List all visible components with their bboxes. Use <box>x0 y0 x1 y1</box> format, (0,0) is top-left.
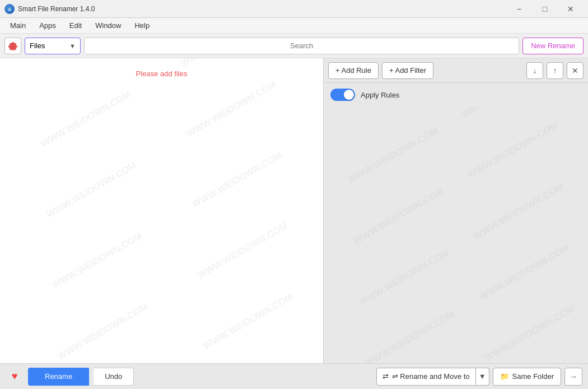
please-add-files-label: Please add files <box>136 70 188 78</box>
bottom-bar: ♥ Rename Undo ⇄ ⇌ Rename and Move to ▼ 📁… <box>0 363 588 389</box>
left-panel: WWW.WEIDOWN.COM WWW.WEIDOWN.COM WWW.WEID… <box>0 58 324 363</box>
window-controls: − □ ✕ <box>506 0 584 18</box>
menu-edit[interactable]: Edit <box>64 20 87 31</box>
main-content: WWW.WEIDOWN.COM WWW.WEIDOWN.COM WWW.WEID… <box>0 58 588 363</box>
rename-move-dropdown-button[interactable]: ▼ <box>476 368 489 386</box>
minimize-button[interactable]: − <box>506 0 532 18</box>
files-dropdown[interactable]: Files ▼ <box>25 38 81 54</box>
folder-icon: 📁 <box>500 372 509 381</box>
add-rule-button[interactable]: + Add Rule <box>328 62 379 79</box>
right-toolbar: + Add Rule + Add Filter ↓ ↑ ✕ <box>324 58 588 83</box>
move-down-button[interactable]: ↓ <box>526 62 543 79</box>
app-title: Smart File Renamer 1.4.0 <box>18 5 506 13</box>
menu-help[interactable]: Help <box>129 20 155 31</box>
new-rename-button[interactable]: New Rename <box>522 38 584 54</box>
close-button[interactable]: ✕ <box>558 0 584 18</box>
chevron-down-icon: ▼ <box>69 43 76 49</box>
svg-text:a: a <box>8 7 11 11</box>
go-button[interactable]: → <box>564 368 582 386</box>
add-filter-button[interactable]: + Add Filter <box>382 62 433 79</box>
settings-button[interactable] <box>4 38 21 54</box>
rename-move-button[interactable]: ⇄ ⇌ Rename and Move to <box>376 368 476 386</box>
undo-button[interactable]: Undo <box>94 368 134 386</box>
files-dropdown-label: Files <box>30 41 45 50</box>
title-bar: a Smart File Renamer 1.4.0 − □ ✕ <box>0 0 588 18</box>
rename-button[interactable]: Rename <box>28 368 89 386</box>
menu-bar: Main Apps Edit Window Help <box>0 18 588 34</box>
apply-rules-row: Apply Rules <box>324 83 588 106</box>
menu-window[interactable]: Window <box>90 20 127 31</box>
same-folder-label: Same Folder <box>512 372 554 381</box>
favorite-button[interactable]: ♥ <box>6 368 24 386</box>
right-watermark: WWW.WEIDOWN.COM WWW.WEIDOWN.COM WWW.WEID… <box>324 106 588 363</box>
app-logo: a <box>4 4 15 14</box>
rename-move-group: ⇄ ⇌ Rename and Move to ▼ <box>376 368 489 386</box>
maximize-button[interactable]: □ <box>532 0 558 18</box>
menu-apps[interactable]: Apps <box>34 20 62 31</box>
right-body: WWW.WEIDOWN.COM WWW.WEIDOWN.COM WWW.WEID… <box>324 106 588 363</box>
same-folder-button[interactable]: 📁 Same Folder <box>493 368 561 386</box>
apply-rules-label: Apply Rules <box>361 91 399 99</box>
move-up-button[interactable]: ↑ <box>547 62 563 79</box>
rename-move-label: ⇌ Rename and Move to <box>392 372 470 381</box>
main-toolbar: Files ▼ New Rename <box>0 34 588 58</box>
left-bottom-controls: ♥ Rename Undo <box>6 368 230 386</box>
right-panel: + Add Rule + Add Filter ↓ ↑ ✕ Apply Rule… <box>324 58 588 363</box>
right-close-button[interactable]: ✕ <box>567 62 584 79</box>
left-watermark: WWW.WEIDOWN.COM WWW.WEIDOWN.COM WWW.WEID… <box>0 58 323 363</box>
apply-rules-toggle[interactable] <box>330 89 355 101</box>
right-bottom-controls: ⇄ ⇌ Rename and Move to ▼ 📁 Same Folder → <box>376 368 582 386</box>
rename-move-icon: ⇄ <box>382 372 389 381</box>
menu-main[interactable]: Main <box>4 20 31 31</box>
search-input[interactable] <box>84 38 519 54</box>
